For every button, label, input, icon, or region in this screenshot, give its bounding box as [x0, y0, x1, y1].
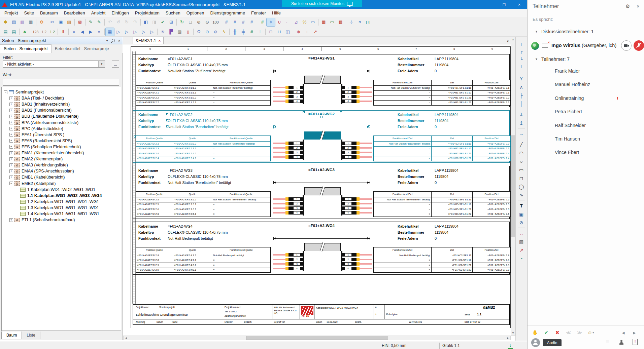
navigator-button[interactable]: ▭: [328, 18, 336, 26]
raise-hand-button[interactable]: ✋: [531, 329, 540, 336]
menu-item-einfügen[interactable]: Einfügen: [108, 9, 132, 17]
corner-bottom-right-button[interactable]: ┘: [517, 64, 526, 72]
agree-check-button[interactable]: ✔: [542, 329, 551, 336]
camera-button[interactable]: [621, 40, 632, 51]
tree-item-15[interactable]: −&EMB2 (Kabelplan): [9, 181, 56, 187]
menu-item-projektdaten[interactable]: Projektdaten: [132, 9, 163, 17]
audio-button[interactable]: Audio: [543, 339, 562, 346]
selection-handle[interactable]: [166, 113, 168, 115]
mic-muted-button[interactable]: [634, 40, 644, 51]
jump-4-button[interactable]: ▷: [139, 28, 148, 36]
page-previous-button[interactable]: ◀: [78, 28, 87, 36]
page-properties-button[interactable]: ▤: [10, 28, 18, 36]
selection-handle[interactable]: [340, 111, 342, 113]
workspace-button[interactable]: ◧: [142, 18, 150, 26]
cable-block-1[interactable]: Kabelname=F01+A2-WG1KabeltypÖLFLEX® CLAS…: [133, 54, 510, 107]
vertical-scrollbar[interactable]: ▲ ▼: [511, 37, 515, 336]
attendee-name[interactable]: Manuel Hofheinz: [555, 82, 590, 87]
tree-item-11[interactable]: +&EMA2 (Klemmenplan): [9, 156, 63, 162]
ellipse-tool-button[interactable]: ◯: [517, 182, 526, 191]
menu-item-fenster[interactable]: Fenster: [248, 9, 269, 17]
device-box-button[interactable]: ⊘: [211, 28, 220, 36]
cable-insert-button[interactable]: ▯: [184, 28, 192, 36]
navigator-tab-1[interactable]: Betriebsmittel - Seminarprojekt: [52, 45, 109, 53]
tree-item-20[interactable]: 1.4 Kabelplan:WG1 :WG1 :WD1 :WG1: [15, 211, 99, 217]
number-pages-button[interactable]: 123: [31, 28, 40, 36]
tree-item-14[interactable]: +&EMB1 (Kabelübersicht): [9, 174, 65, 180]
print-button[interactable]: ▦: [27, 18, 35, 26]
tree-item-3[interactable]: +&BAB2 (Funktionsübersicht): [9, 107, 72, 113]
panel-close-icon[interactable]: ×: [637, 3, 640, 9]
zoom-in-button[interactable]: ⊕: [195, 18, 203, 26]
tree-item-2[interactable]: +&BAB1 (Inhaltsverzeichnis): [9, 101, 70, 107]
ground-button[interactable]: ⊥: [256, 28, 264, 36]
pin-icon[interactable]: [110, 38, 116, 43]
number-devices-button[interactable]: 1 2: [40, 28, 48, 36]
selection-handle[interactable]: [166, 119, 168, 121]
toggle-expand-icon[interactable]: +: [9, 96, 13, 100]
jump-1-button[interactable]: ▷: [114, 28, 123, 36]
undo-list-button[interactable]: ↺: [114, 18, 123, 26]
page-next-button[interactable]: ▶: [87, 28, 95, 36]
tree-item-5[interactable]: +&BPA (Artikelsummenstückliste): [9, 120, 78, 126]
toggle-expand-icon[interactable]: +: [9, 163, 13, 167]
panel-close-icon[interactable]: ×: [116, 38, 122, 43]
wert-input[interactable]: [3, 79, 119, 86]
spline-tool-button[interactable]: ∿: [517, 191, 526, 199]
report-table-1-button[interactable]: ▦: [319, 18, 328, 26]
selection-handle[interactable]: [273, 125, 275, 127]
image-tool-button[interactable]: ▣: [517, 210, 526, 218]
gear-icon[interactable]: ⚙: [625, 3, 630, 9]
logic-mode-button[interactable]: ⌐: [283, 18, 292, 26]
tree-item-9[interactable]: +&EFS (Schaltplan Elektrotechnik): [9, 144, 81, 150]
emoji-button[interactable]: ☺▾: [586, 329, 595, 336]
connections-button[interactable]: ‖: [59, 28, 67, 36]
panel-menu-icon[interactable]: ▾: [104, 38, 110, 43]
scroll-right-icon[interactable]: ►: [507, 337, 510, 340]
horizontal-scrollbar[interactable]: ◄ ►: [123, 336, 511, 340]
cable-block-4[interactable]: Kabelname=F01+A2-WG4KabeltypÖLFLEX® CLAS…: [133, 222, 510, 275]
break-point-up-button[interactable]: ↥: [517, 119, 526, 127]
toggle-expand-icon[interactable]: +: [9, 176, 13, 179]
cable-block-2[interactable]: Kabelname=F01+A2-WG2KabeltypÖLFLEX® CLAS…: [133, 110, 510, 163]
zoom-window-button[interactable]: □: [186, 18, 195, 26]
toggle-expand-icon[interactable]: +: [9, 169, 13, 173]
jump-3-button[interactable]: ▷: [131, 28, 139, 36]
line-tool-button[interactable]: ╱: [517, 140, 526, 149]
close-button[interactable]: ×: [512, 0, 527, 9]
grid-3-button[interactable]: #: [239, 18, 247, 26]
page-check-button[interactable]: ✔: [159, 18, 167, 26]
attendee-name[interactable]: Onlinetraining: [555, 95, 584, 101]
list-view-icon[interactable]: ≡: [606, 339, 609, 346]
page-first-button[interactable]: «: [70, 28, 78, 36]
tree-item-8[interactable]: +&EFA5 (Rackübersicht SPS): [9, 138, 72, 144]
chevron-down-icon[interactable]: ▼: [98, 61, 105, 67]
copy-button[interactable]: ▣: [57, 18, 65, 26]
report-table-2-button[interactable]: ▦: [336, 18, 345, 26]
jump-2-button[interactable]: ▷: [123, 28, 131, 36]
chevron-down-icon[interactable]: ▼: [535, 57, 538, 61]
go-slower-button[interactable]: ≪: [564, 329, 573, 336]
grid-1-button[interactable]: #: [222, 18, 231, 26]
jump-5-button[interactable]: ▷: [148, 28, 156, 36]
settings-wrench-button[interactable]: ⚙: [37, 18, 46, 26]
go-faster-button[interactable]: ≫: [575, 329, 584, 336]
t-node-left-button[interactable]: ┤: [517, 100, 526, 108]
plc-box-button[interactable]: ◫: [283, 28, 292, 36]
t-node-right-button[interactable]: ├: [517, 91, 526, 100]
redo-list-button[interactable]: ↻: [123, 18, 131, 26]
selection-handle[interactable]: [368, 125, 370, 127]
page-new-button[interactable]: ▤: [1, 28, 10, 36]
tree-item-16[interactable]: 1 Kabelplan:WD1 :WD2 :WG1 :WD1: [15, 187, 95, 193]
menu-item-dienstprogramme[interactable]: Dienstprogramme: [207, 9, 248, 17]
tree-item-21[interactable]: +&ETL1 (Schaltschrankaufbau): [9, 217, 75, 223]
structure-box-button[interactable]: ⊓: [267, 28, 275, 36]
symbol-insert-button[interactable]: ✳: [159, 28, 167, 36]
arrow-tool-button[interactable]: ↗: [517, 246, 526, 254]
cable-block-3[interactable]: Kabelname=F01+A2-WG3KabeltypÖLFLEX® CLAS…: [133, 166, 510, 219]
open-project-button[interactable]: ▤: [10, 18, 18, 26]
session-warning-icon[interactable]: !: [633, 339, 638, 345]
scrollbar-thumb[interactable]: [246, 336, 388, 340]
corner-bottom-left-button[interactable]: └: [517, 55, 526, 64]
t-node-down-button[interactable]: Y: [517, 74, 526, 83]
